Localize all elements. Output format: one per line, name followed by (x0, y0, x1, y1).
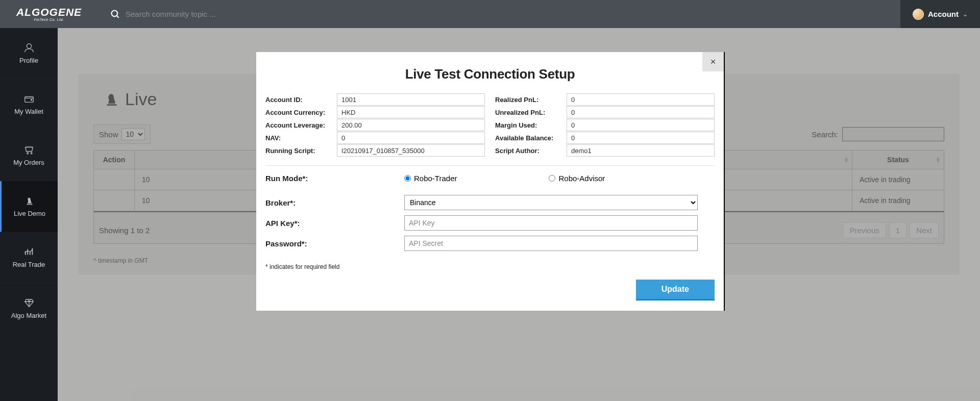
close-button[interactable]: × (702, 52, 724, 71)
label-unrealized-pnl: Unrealized PnL: (495, 109, 567, 116)
password-label: Password*: (265, 239, 404, 248)
search-input[interactable] (126, 10, 432, 18)
top-bar: ALGOGENE FinTech Co. Ltd. Account ⌄ (0, 0, 980, 28)
sidebar-label: My Wallet (14, 108, 43, 115)
divider (265, 165, 715, 166)
broker-select[interactable]: Binance (404, 195, 698, 210)
svg-point-5 (27, 153, 28, 154)
info-grid: Account ID: Account Currency: Account Le… (265, 93, 715, 157)
modal-body: Account ID: Account Currency: Account Le… (256, 93, 724, 311)
password-input[interactable] (404, 236, 698, 251)
profile-icon (23, 42, 35, 54)
input-leverage[interactable] (337, 119, 485, 131)
input-author[interactable] (567, 144, 715, 157)
sidebar-item-algo-market[interactable]: Algo Market (0, 283, 58, 334)
info-col-right: Realized PnL: Unrealized PnL: Margin Use… (495, 93, 715, 157)
avatar-icon (913, 9, 924, 20)
broker-row: Broker*: Binance (265, 195, 715, 210)
label-currency: Account Currency: (265, 109, 337, 116)
label-script: Running Script: (265, 147, 337, 155)
input-currency[interactable] (337, 106, 485, 118)
close-icon: × (710, 57, 716, 67)
sidebar-label: Live Demo (14, 210, 45, 217)
radio-robo-advisor[interactable]: Robo-Advisor (549, 174, 605, 183)
svg-point-4 (31, 99, 32, 101)
input-nav[interactable] (337, 132, 485, 144)
sidebar-item-wallet[interactable]: My Wallet (0, 79, 58, 130)
sidebar: Profile My Wallet My Orders Live Demo Re… (0, 28, 58, 401)
label-leverage: Account Leverage: (265, 121, 337, 129)
radio-input[interactable] (549, 175, 555, 182)
input-script[interactable] (337, 144, 485, 157)
brand-logo[interactable]: ALGOGENE FinTech Co. Ltd. (0, 0, 98, 28)
label-margin: Margin Used: (495, 121, 567, 129)
label-realized-pnl: Realized PnL: (495, 96, 567, 104)
password-row: Password*: (265, 236, 715, 251)
modal-footer: Update (265, 280, 715, 300)
account-label: Account (928, 10, 959, 18)
input-realized-pnl[interactable] (567, 93, 715, 106)
info-col-left: Account ID: Account Currency: Account Le… (265, 93, 485, 157)
input-balance[interactable] (567, 132, 715, 144)
run-mode-label: Run Mode*: (265, 174, 404, 183)
connection-modal: × Live Test Connection Setup Account ID:… (256, 52, 724, 311)
svg-point-2 (27, 44, 31, 48)
sidebar-label: Profile (19, 57, 38, 64)
label-account-id: Account ID: (265, 96, 337, 104)
input-account-id[interactable] (337, 93, 485, 106)
account-menu[interactable]: Account ⌄ (900, 0, 980, 28)
svg-point-6 (31, 153, 32, 154)
search-wrap (98, 9, 900, 19)
wallet-icon (23, 93, 35, 105)
label-author: Script Author: (495, 147, 567, 155)
broker-label: Broker*: (265, 198, 404, 207)
sidebar-label: My Orders (13, 159, 44, 166)
brand-sub: FinTech Co. Ltd. (34, 18, 64, 21)
sidebar-label: Algo Market (11, 312, 46, 319)
brand-main: ALGOGENE (16, 7, 82, 17)
api-key-row: API Key*: (265, 215, 715, 231)
knight-icon (24, 195, 35, 207)
sidebar-item-real-trade[interactable]: Real Trade (0, 232, 58, 283)
label-balance: Available Balance: (495, 134, 567, 142)
sidebar-item-orders[interactable]: My Orders (0, 130, 58, 181)
radio-input[interactable] (404, 175, 411, 182)
chevron-down-icon: ⌄ (963, 11, 968, 18)
required-note: * indicates for required field (265, 263, 715, 270)
api-key-input[interactable] (404, 215, 698, 231)
radio-robo-trader[interactable]: Robo-Trader (404, 174, 457, 183)
sidebar-item-profile[interactable]: Profile (0, 28, 58, 79)
sidebar-label: Real Trade (13, 261, 45, 268)
label-nav: NAV: (265, 134, 337, 142)
search-icon (110, 9, 120, 19)
svg-point-0 (112, 10, 118, 16)
modal-title: Live Test Connection Setup (256, 52, 724, 93)
run-mode-group: Robo-Trader Robo-Advisor (404, 174, 605, 183)
chart-icon (23, 246, 35, 258)
input-unrealized-pnl[interactable] (567, 106, 715, 118)
input-margin[interactable] (567, 119, 715, 131)
run-mode-row: Run Mode*: Robo-Trader Robo-Advisor (265, 174, 715, 183)
update-button[interactable]: Update (636, 280, 715, 300)
svg-line-1 (117, 15, 119, 17)
diamond-icon (23, 297, 35, 309)
cart-icon (23, 144, 35, 156)
api-key-label: API Key*: (265, 219, 404, 228)
sidebar-item-live-demo[interactable]: Live Demo (0, 181, 58, 232)
